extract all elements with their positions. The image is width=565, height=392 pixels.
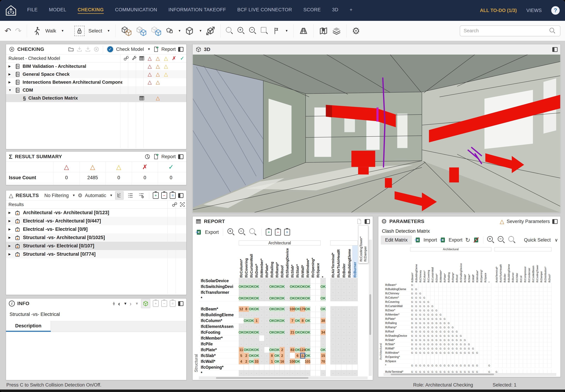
params-cell[interactable]: [414, 355, 418, 359]
show-all-components-icon[interactable]: [121, 26, 132, 36]
params-cell[interactable]: [483, 325, 487, 330]
params-cell[interactable]: [539, 300, 543, 304]
report-accept-button[interactable]: +: [266, 229, 272, 236]
report-cell[interactable]: OK: [275, 353, 280, 359]
checking-report-button[interactable]: Report: [161, 47, 176, 52]
params-cell[interactable]: [479, 321, 483, 325]
params-cell[interactable]: [531, 291, 535, 295]
params-cell[interactable]: [527, 330, 531, 334]
params-cell[interactable]: [535, 300, 539, 304]
nav-item-bcf-live-connector[interactable]: BCF LIVE CONNECTOR: [237, 7, 292, 14]
params-cell[interactable]: G: [418, 364, 422, 368]
walk-mode-label[interactable]: Walk: [45, 28, 56, 34]
params-cell[interactable]: G: [451, 347, 455, 351]
params-cell[interactable]: G: [443, 325, 447, 330]
params-cell[interactable]: [451, 321, 455, 325]
params-cell[interactable]: [443, 291, 447, 295]
zoom-out-icon[interactable]: −: [249, 27, 257, 35]
params-cell[interactable]: [451, 308, 455, 312]
params-cell[interactable]: [459, 355, 463, 359]
params-cell[interactable]: G: [435, 321, 439, 325]
report-cell[interactable]: 7: [290, 318, 295, 324]
params-cell[interactable]: [475, 308, 479, 312]
report-doc-icon[interactable]: [356, 218, 362, 224]
report-cell[interactable]: -: [295, 278, 300, 284]
params-cell[interactable]: [483, 359, 487, 364]
params-cell[interactable]: [523, 325, 527, 330]
params-cell[interactable]: [455, 321, 459, 325]
params-cell[interactable]: G: [439, 330, 443, 334]
params-cell[interactable]: [475, 334, 479, 338]
section-box-icon[interactable]: [206, 26, 215, 36]
report-cell[interactable]: -: [321, 370, 326, 376]
report-cell[interactable]: -: [336, 335, 341, 341]
report-cell[interactable]: 2: [280, 347, 285, 353]
params-cell[interactable]: G: [463, 347, 467, 351]
report-cell[interactable]: OK: [295, 330, 300, 335]
params-cell[interactable]: [483, 334, 487, 338]
report-cell[interactable]: OK: [280, 284, 285, 290]
report-cell[interactable]: OK: [254, 295, 259, 301]
params-cell[interactable]: [467, 317, 471, 321]
report-cell[interactable]: -: [330, 312, 336, 318]
params-cell[interactable]: [499, 325, 503, 330]
params-cell[interactable]: [503, 325, 507, 330]
params-cell[interactable]: [519, 283, 523, 287]
result-item-electrical-vs-architectural-0-447[interactable]: ▶Electrical -vs- Architectural [0/447]: [6, 217, 186, 225]
report-cell[interactable]: 11: [239, 347, 244, 353]
params-cell[interactable]: G: [422, 364, 427, 368]
report-cell[interactable]: -: [341, 335, 347, 341]
params-cell[interactable]: [435, 295, 439, 300]
import-excel-icon[interactable]: [415, 237, 421, 243]
checking-report-icon[interactable]: [153, 46, 159, 52]
report-cell[interactable]: -: [285, 359, 290, 364]
params-cell[interactable]: [507, 325, 511, 330]
params-cell[interactable]: [479, 334, 483, 338]
params-cell[interactable]: [479, 355, 483, 359]
report-cell[interactable]: -: [259, 370, 264, 376]
severity-parameters-button[interactable]: Severity Parameters: [507, 219, 550, 224]
params-cell[interactable]: [547, 300, 551, 304]
params-cell[interactable]: [487, 291, 491, 295]
report-cell[interactable]: 21: [290, 330, 295, 335]
report-cell[interactable]: [295, 364, 300, 370]
params-cell[interactable]: [443, 355, 447, 359]
report-cell[interactable]: -: [254, 370, 259, 376]
map-icon[interactable]: [319, 26, 328, 36]
report-cell[interactable]: 124: [300, 347, 305, 353]
report-cell[interactable]: [316, 330, 321, 335]
report-cell[interactable]: [305, 364, 310, 370]
report-cell[interactable]: -: [239, 335, 244, 341]
import-all-icon[interactable]: [85, 46, 91, 52]
report-cell[interactable]: -: [259, 324, 264, 330]
report-cell[interactable]: -: [305, 370, 310, 376]
report-cell[interactable]: -: [285, 353, 290, 359]
report-cell[interactable]: [244, 364, 249, 370]
params-cell[interactable]: [479, 287, 483, 291]
params-cell[interactable]: G: [467, 342, 471, 347]
report-cell[interactable]: OK: [295, 284, 300, 290]
params-cell[interactable]: G: [427, 325, 430, 330]
report-cell[interactable]: -: [352, 295, 358, 301]
params-cell[interactable]: [515, 355, 519, 359]
report-cell[interactable]: -: [341, 347, 347, 353]
params-cell[interactable]: [547, 321, 551, 325]
params-cell[interactable]: [430, 283, 435, 287]
params-cell[interactable]: [547, 304, 551, 308]
report-cell[interactable]: [249, 364, 254, 370]
report-cell[interactable]: 101: [305, 359, 310, 364]
params-cell[interactable]: [543, 355, 547, 359]
report-cell[interactable]: -: [275, 278, 280, 284]
params-cell[interactable]: [503, 330, 507, 334]
report-cell[interactable]: [316, 341, 321, 347]
report-cell[interactable]: -: [285, 347, 290, 353]
report-cell[interactable]: 6: [295, 353, 300, 359]
params-cell[interactable]: [475, 330, 479, 334]
report-cell[interactable]: 33: [254, 359, 259, 364]
report-cell[interactable]: OK: [244, 295, 249, 301]
params-cell[interactable]: G: [410, 351, 414, 355]
next-issue-icon[interactable]: ›: [130, 300, 132, 307]
report-cell[interactable]: -: [330, 330, 336, 335]
params-cell[interactable]: [507, 342, 511, 347]
params-cell[interactable]: [467, 287, 471, 291]
